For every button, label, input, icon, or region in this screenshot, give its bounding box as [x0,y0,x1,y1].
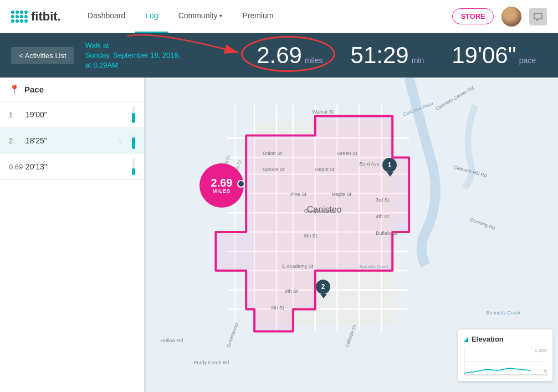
svg-text:Hollow Rd: Hollow Rd [161,338,183,343]
svg-text:Walnut St: Walnut St [313,109,334,115]
main-content: 📍 Pace 1 19'00" 2 18'25" ☆ 0.69 20'13" [0,78,558,392]
stat-distance: 2.69 miles [257,44,322,67]
elevation-low: 0 [544,368,547,374]
svg-text:Pine St: Pine St [290,192,306,197]
nav-dashboard[interactable]: Dashboard [78,0,136,33]
pace-title: Pace [24,85,44,94]
activity-title: Walk at Sunday, September 18, 2016, at 8… [85,40,181,71]
svg-text:Bennetts Creek: Bennetts Creek [487,310,521,316]
logo-dots [11,11,28,23]
badge-unit: MILES [213,188,231,194]
svg-text:Union St: Union St [263,151,282,156]
svg-text:Canisteo: Canisteo [307,205,342,214]
elevation-panel: Elevation 1,000 0 [458,329,552,381]
nav-links: Dashboard Log Community ▾ Premium [78,0,453,33]
waypoint-1: 1 [382,158,398,177]
pace-value-3: 20'13" [25,162,127,171]
pace-panel: 📍 Pace 1 19'00" 2 18'25" ☆ 0.69 20'13" [0,78,144,392]
svg-text:9th St: 9th St [271,305,284,311]
svg-text:Spruce St: Spruce St [263,167,285,172]
svg-text:Barnetts Creek: Barnetts Creek [359,264,388,269]
pace-row-3: 0.69 20'13" [0,154,144,180]
elevation-high: 1,000 [534,348,547,353]
pace-bar-3 [132,158,135,175]
nav-log[interactable]: Log [135,0,168,33]
nav-premium[interactable]: Premium [232,0,283,33]
pace-header: 📍 Pace [0,78,144,102]
star-icon[interactable]: ☆ [116,136,123,145]
svg-text:3rd St: 3rd St [376,197,389,203]
store-button[interactable]: STORE [452,8,494,24]
stat-pace: 19'06" pace [452,44,536,67]
navigation: fitbit. Dashboard Log Community ▾ Premiu… [0,0,558,33]
pace-row-1: 1 19'00" [0,102,144,128]
svg-text:Depot St: Depot St [315,167,335,172]
distance-unit: miles [305,56,323,65]
waypoint-2: 2 [316,280,331,298]
distance-value: 2.69 [257,44,302,67]
pace-value-2: 18'25" [25,136,116,145]
pace-value-1: 19'00" [25,110,127,119]
chat-icon[interactable] [529,8,547,25]
svg-text:Green St: Green St [337,151,357,156]
waypoint-1-marker: 1 [382,158,397,172]
nav-community[interactable]: Community ▾ [168,0,233,33]
svg-text:6th St: 6th St [304,233,318,239]
elevation-title: Elevation [464,335,547,343]
time-unit: min [412,56,424,65]
stats-numbers: 2.69 miles 51:29 min 19'06" pace [257,44,547,67]
map-area[interactable]: Walnut St Union St Green St Spruce St De… [144,78,558,392]
svg-text:Burd Ave: Burd Ave [359,161,379,167]
elevation-chart: 1,000 0 [464,348,547,375]
elevation-icon [464,337,468,342]
nav-right: STORE [452,7,547,27]
svg-text:Purdy Creek Rd: Purdy Creek Rd [194,360,229,365]
svg-text:8th St: 8th St [285,288,298,294]
pace-num-2: 2 [9,137,25,145]
location-icon: 📍 [9,84,20,95]
pace-value: 19'06" [452,44,516,67]
svg-text:Buffalo St: Buffalo St [376,230,397,236]
activities-list-link[interactable]: < Activities List [11,47,74,64]
pace-bar-1 [132,106,135,123]
pace-num-3: 0.69 [9,163,25,171]
pace-bar-2 [132,132,135,149]
badge-distance: 2.69 [211,177,233,188]
avatar[interactable] [501,7,521,27]
svg-text:E Academy St: E Academy St [282,264,314,269]
svg-text:Maple St: Maple St [332,192,352,197]
stat-time: 51:29 min [351,44,424,67]
stats-bar: < Activities List Walk at Sunday, Septem… [0,33,558,78]
time-value: 51:29 [351,44,409,67]
pace-unit: pace [519,56,536,65]
pace-row-2: 2 18'25" ☆ [0,128,144,154]
logo-text: fitbit. [31,9,61,24]
logo[interactable]: fitbit. [11,9,61,24]
waypoint-2-marker: 2 [316,280,330,294]
pace-num-1: 1 [9,111,25,119]
chevron-down-icon: ▾ [219,13,222,19]
svg-text:4th St: 4th St [376,214,389,219]
start-marker [237,180,245,188]
